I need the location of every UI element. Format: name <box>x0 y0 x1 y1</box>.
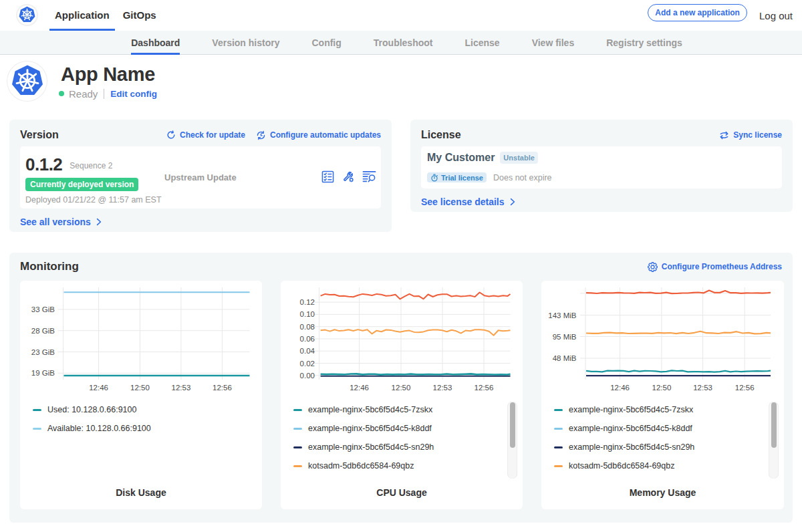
svg-text:12:46: 12:46 <box>89 384 108 392</box>
svg-text:12:56: 12:56 <box>475 384 494 392</box>
svg-text:0.08: 0.08 <box>300 323 315 331</box>
svg-text:23 GiB: 23 GiB <box>31 348 55 356</box>
svg-text:12:46: 12:46 <box>350 384 369 392</box>
svg-text:12:53: 12:53 <box>172 384 191 392</box>
svg-text:0.10: 0.10 <box>300 310 315 318</box>
svg-text:0.00: 0.00 <box>300 372 315 380</box>
svg-text:28 GiB: 28 GiB <box>31 327 55 335</box>
svg-text:0.02: 0.02 <box>300 360 315 368</box>
svg-text:12:56: 12:56 <box>735 384 755 392</box>
svg-text:0.04: 0.04 <box>300 347 315 355</box>
svg-text:12:56: 12:56 <box>213 384 232 392</box>
svg-text:12:50: 12:50 <box>130 384 150 392</box>
svg-text:95 MiB: 95 MiB <box>553 333 577 341</box>
svg-text:12:50: 12:50 <box>652 384 672 392</box>
svg-text:12:53: 12:53 <box>693 384 712 392</box>
svg-text:143 MiB: 143 MiB <box>548 311 577 319</box>
svg-text:12:46: 12:46 <box>610 384 630 392</box>
svg-text:12:50: 12:50 <box>392 384 411 392</box>
svg-text:0.06: 0.06 <box>300 335 315 343</box>
svg-text:19 GiB: 19 GiB <box>31 369 55 377</box>
svg-text:12:53: 12:53 <box>433 384 452 392</box>
svg-text:48 MiB: 48 MiB <box>553 354 577 362</box>
svg-text:0.12: 0.12 <box>300 298 315 306</box>
svg-text:33 GiB: 33 GiB <box>31 305 55 313</box>
